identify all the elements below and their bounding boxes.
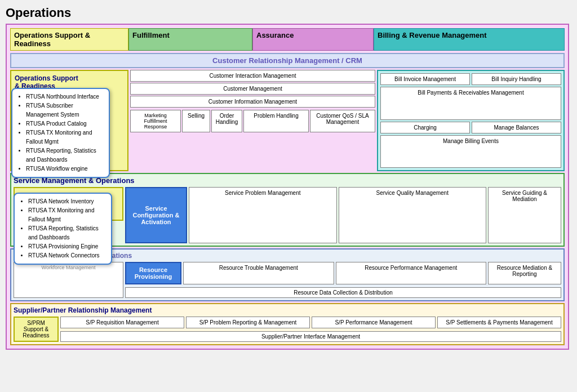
bill-invoice-cell: Bill Invoice Management — [380, 73, 470, 85]
resource-right: Resource Provisioning Resource Trouble M… — [125, 262, 561, 298]
sp-problem-reporting-cell: S/P Problem Reporting & Management — [186, 317, 310, 328]
outer-frame: Operations Support & Readiness Fulfillme… — [6, 24, 569, 350]
top-section: Operations Support& Readiness RTUSA Nort… — [10, 70, 565, 171]
smo-item-2: RTUSA TX Monitoring and Fallout Mgmt — [28, 206, 105, 224]
manage-balances-cell: Manage Balances — [472, 122, 561, 133]
charging-cell: Charging — [380, 122, 470, 133]
sp-support-label: S/PRM Support & Readiness — [17, 320, 55, 338]
sp-title: Supplier/Partner Relationship Management — [14, 306, 561, 314]
oss-tooltip: RTUSA Northbound Interface RTUSA Subscri… — [11, 88, 110, 178]
customer-area: Customer Interaction Management Customer… — [130, 70, 375, 171]
order-handling-cell: Order Handling — [211, 110, 242, 132]
resource-left: Workforce Management — [14, 262, 123, 298]
customer-bottom-row: Marketing Fulfillment Response Selling O… — [130, 110, 375, 132]
col-assurance: Assurance — [252, 28, 374, 51]
smo-left: SM&O Support & Readiness RTUSA Network I… — [14, 187, 123, 243]
smo-problem-cell: Service Problem Management — [189, 187, 337, 243]
customer-management-row: Customer Management — [130, 83, 375, 95]
sp-section: Supplier/Partner Relationship Management… — [10, 303, 565, 345]
sp-interface-row: Supplier/Partner Interface Management — [60, 331, 561, 342]
sp-right: S/P Requisition Management S/P Problem R… — [60, 317, 561, 342]
bill-inquiry-cell: Bill Inquiry Handling — [472, 73, 561, 85]
resource-performance-cell: Resource Performance Management — [336, 262, 487, 284]
oss-item-5: RTUSA Reporting, Statistics and Dashboar… — [26, 146, 103, 164]
resource-mediation-cell: Resource Mediation & Reporting — [488, 262, 561, 284]
smo-list: RTUSA Network Inventory RTUSA TX Monitor… — [20, 197, 105, 260]
oss-item-4: RTUSA TX Monitoring and Fallout Mgmt — [26, 128, 103, 146]
bill-row-3: Charging Manage Balances — [380, 122, 561, 133]
resource-data-collection-row: Resource Data Collection & Distribution — [125, 287, 561, 298]
sp-requisition-cell: S/P Requisition Management — [60, 317, 184, 328]
resource-inner: Workforce Management Resource Provisioni… — [14, 262, 561, 298]
oss-list: RTUSA Northbound Interface RTUSA Subscri… — [18, 92, 103, 173]
smo-quality-cell: Service Quality Management — [339, 187, 487, 243]
smo-guiding-cell: Service Guiding & Mediation — [488, 187, 561, 243]
col-ops-support: Operations Support & Readiness — [10, 28, 128, 51]
smo-inner: SM&O Support & Readiness RTUSA Network I… — [14, 187, 561, 243]
marketing-cell: Marketing Fulfillment Response — [130, 110, 181, 132]
sp-inner: S/PRM Support & Readiness S/P Requisitio… — [14, 317, 561, 342]
smo-item-5: RTUSA Network Connectors — [28, 251, 105, 260]
smo-config-cell: Service Configuration & Activation — [125, 187, 187, 243]
billing-section: Bill Invoice Management Bill Inquiry Han… — [377, 70, 565, 171]
oss-item-3: RTUSA Product Catalog — [26, 119, 103, 128]
smo-item-4: RTUSA Provisioning Engine — [28, 242, 105, 251]
smo-right: Service Configuration & Activation Servi… — [125, 187, 561, 243]
sp-performance-cell: S/P Performance Management — [312, 317, 436, 328]
sp-top-row: S/P Requisition Management S/P Problem R… — [60, 317, 561, 328]
oss-item-2: RTUSA Subscriber Management System — [26, 101, 103, 119]
col-billing: Billing & Revenue Management — [374, 28, 565, 51]
page-title: Operations — [6, 6, 571, 20]
column-headers: Operations Support & Readiness Fulfillme… — [10, 28, 565, 51]
resource-workforce-cell: Workforce Management — [14, 262, 123, 298]
resource-provisioning-cell: Resource Provisioning — [125, 262, 181, 284]
selling-cell: Selling — [182, 110, 210, 132]
problem-handling-cell: Problem Handling — [243, 110, 309, 132]
sp-support-box: S/PRM Support & Readiness — [14, 317, 59, 342]
col-fulfillment: Fulfillment — [128, 28, 252, 51]
bill-payments-cell: Bill Payments & Receivables Management — [380, 87, 561, 120]
oss-item-1: RTUSA Northbound Interface — [26, 92, 103, 101]
crm-row: Customer Relationship Management / CRM — [10, 53, 565, 68]
oss-box: Operations Support& Readiness RTUSA Nort… — [10, 70, 128, 171]
customer-information-row: Customer Information Management — [130, 96, 375, 108]
oss-item-6: RTUSA Workflow engine — [26, 164, 103, 173]
smo-tooltip: RTUSA Network Inventory RTUSA TX Monitor… — [14, 193, 112, 265]
customer-interaction-row: Customer Interaction Management — [130, 70, 375, 82]
sp-left: S/PRM Support & Readiness — [14, 317, 59, 342]
customer-qos-cell: Customer QoS / SLA Management — [310, 110, 375, 132]
resource-top-row: Resource Provisioning Resource Trouble M… — [125, 262, 561, 284]
smo-section: Service Management & Operations SM&O Sup… — [10, 173, 565, 247]
sp-settlements-cell: S/P Settlements & Payments Management — [437, 317, 561, 328]
smo-item-3: RTUSA Reporting, Statistics and Dashboar… — [28, 224, 105, 242]
resource-trouble-cell: Resource Trouble Management — [183, 262, 334, 284]
smo-item-1: RTUSA Network Inventory — [28, 197, 105, 206]
manage-billing-events-cell: Manage Billing Events — [380, 135, 561, 168]
bill-row-1: Bill Invoice Management Bill Inquiry Han… — [380, 73, 561, 85]
